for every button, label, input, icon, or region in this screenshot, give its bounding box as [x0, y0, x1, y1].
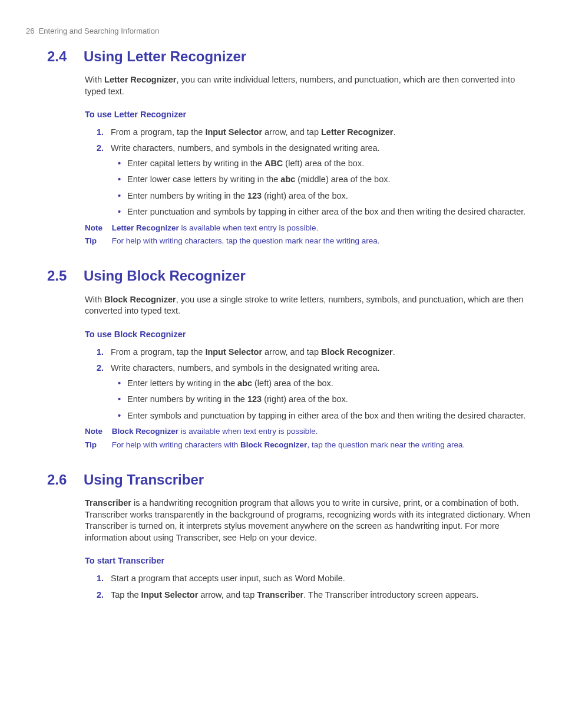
- note-label: Note: [85, 223, 110, 233]
- note-row: Note Letter Recognizer is available when…: [85, 223, 531, 233]
- step-item: Tap the Input Selector arrow, and tap Tr…: [111, 589, 531, 601]
- tip-row: Tip For help with writing characters, ta…: [85, 236, 531, 246]
- sub-heading: To use Block Recognizer: [85, 329, 531, 341]
- tip-label: Tip: [85, 440, 110, 450]
- sub-bullets: Enter capital letters by writing in the …: [111, 158, 531, 218]
- page-number: 26: [26, 27, 34, 35]
- sub-heading: To use Letter Recognizer: [85, 109, 531, 121]
- step-item: From a program, tap the Input Selector a…: [111, 127, 531, 139]
- note-label: Note: [85, 426, 110, 437]
- tip-label: Tip: [85, 236, 110, 246]
- chapter-title: Entering and Searching Information: [39, 27, 160, 35]
- section-body-2-5: With Block Recognizer, you use a single …: [85, 294, 531, 450]
- page-header: 26 Entering and Searching Information: [26, 26, 536, 37]
- bullet-item: Enter punctuation and symbols by tapping…: [127, 206, 531, 218]
- bullet-item: Enter symbols and punctuation by tapping…: [127, 410, 531, 422]
- steps-list: From a program, tap the Input Selector a…: [85, 127, 531, 218]
- intro-paragraph: With Letter Recognizer, you can write in…: [85, 74, 531, 97]
- section-body-2-6: Transcriber is a handwriting recognition…: [85, 498, 531, 601]
- step-item: Write characters, numbers, and symbols i…: [111, 363, 531, 421]
- bullet-item: Enter capital letters by writing in the …: [127, 158, 531, 170]
- sub-bullets: Enter letters by writing in the abc (lef…: [111, 378, 531, 422]
- bullet-item: Enter letters by writing in the abc (lef…: [127, 378, 531, 390]
- step-item: Write characters, numbers, and symbols i…: [111, 143, 531, 218]
- intro-paragraph: With Block Recognizer, you use a single …: [85, 294, 531, 317]
- section-heading-2-6: 2.6 Using Transcriber: [47, 470, 536, 489]
- bullet-item: Enter numbers by writing in the 123 (rig…: [127, 190, 531, 202]
- section-title: Using Transcriber: [84, 470, 204, 489]
- section-heading-2-5: 2.5 Using Block Recognizer: [47, 266, 536, 285]
- sub-heading: To start Transcriber: [85, 555, 531, 567]
- bullet-item: Enter lower case letters by writing in t…: [127, 174, 531, 186]
- tip-row: Tip For help with writing characters wit…: [85, 440, 531, 450]
- section-number: 2.6: [47, 470, 81, 489]
- section-heading-2-4: 2.4 Using Letter Recognizer: [47, 47, 536, 66]
- note-body: Block Recognizer is available when text …: [112, 426, 530, 437]
- note-row: Note Block Recognizer is available when …: [85, 426, 531, 437]
- section-title: Using Letter Recognizer: [84, 47, 246, 66]
- steps-list: From a program, tap the Input Selector a…: [85, 347, 531, 422]
- bullet-item: Enter numbers by writing in the 123 (rig…: [127, 394, 531, 406]
- tip-body: For help with writing characters with Bl…: [112, 440, 530, 450]
- step-item: Start a program that accepts user input,…: [111, 573, 531, 585]
- section-body-2-4: With Letter Recognizer, you can write in…: [85, 74, 531, 247]
- note-body: Letter Recognizer is available when text…: [112, 223, 530, 233]
- section-number: 2.5: [47, 266, 81, 285]
- intro-paragraph: Transcriber is a handwriting recognition…: [85, 498, 531, 543]
- section-title: Using Block Recognizer: [84, 266, 246, 285]
- section-number: 2.4: [47, 47, 81, 66]
- tip-body: For help with writing characters, tap th…: [112, 236, 530, 246]
- steps-list: Start a program that accepts user input,…: [85, 573, 531, 601]
- step-item: From a program, tap the Input Selector a…: [111, 347, 531, 358]
